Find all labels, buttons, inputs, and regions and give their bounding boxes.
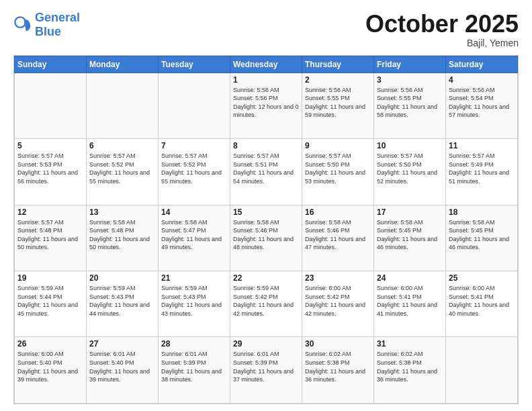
logo-text: General Blue (35, 11, 80, 39)
day-cell: 9Sunrise: 5:57 AMSunset: 5:50 PMDaylight… (302, 139, 374, 205)
day-number: 18 (449, 208, 515, 217)
svg-point-0 (15, 17, 26, 28)
day-number: 15 (233, 208, 299, 217)
day-cell: 10Sunrise: 5:57 AMSunset: 5:50 PMDayligh… (374, 139, 446, 205)
day-cell: 1Sunrise: 5:56 AMSunset: 5:56 PMDaylight… (230, 73, 302, 138)
day-info: Sunrise: 5:57 AMSunset: 5:53 PMDaylight:… (17, 152, 83, 185)
day-cell: 4Sunrise: 5:56 AMSunset: 5:54 PMDaylight… (446, 73, 518, 138)
logo-icon (13, 15, 32, 34)
day-cell: 6Sunrise: 5:57 AMSunset: 5:52 PMDaylight… (87, 139, 159, 205)
day-info: Sunrise: 5:58 AMSunset: 5:47 PMDaylight:… (161, 218, 227, 252)
day-number: 24 (377, 273, 443, 283)
day-cell: 29Sunrise: 6:01 AMSunset: 5:39 PMDayligh… (230, 337, 302, 404)
day-number: 13 (89, 208, 155, 217)
day-cell: 8Sunrise: 5:57 AMSunset: 5:51 PMDaylight… (230, 139, 302, 205)
day-info: Sunrise: 6:01 AMSunset: 5:39 PMDaylight:… (233, 350, 299, 383)
location: Bajil, Yemen (365, 38, 519, 48)
header-friday: Friday (374, 56, 446, 73)
day-cell: 30Sunrise: 6:02 AMSunset: 5:38 PMDayligh… (302, 337, 374, 404)
day-cell: 2Sunrise: 5:56 AMSunset: 5:55 PMDaylight… (302, 73, 374, 138)
day-cell: 19Sunrise: 5:59 AMSunset: 5:44 PMDayligh… (15, 271, 87, 337)
day-info: Sunrise: 5:57 AMSunset: 5:51 PMDaylight:… (233, 152, 299, 185)
day-cell: 20Sunrise: 5:59 AMSunset: 5:43 PMDayligh… (87, 271, 159, 337)
day-info: Sunrise: 6:00 AMSunset: 5:41 PMDaylight:… (377, 284, 443, 318)
calendar-body: 1Sunrise: 5:56 AMSunset: 5:56 PMDaylight… (15, 73, 518, 403)
day-cell: 22Sunrise: 5:59 AMSunset: 5:42 PMDayligh… (230, 271, 302, 337)
calendar-table: Sunday Monday Tuesday Wednesday Thursday… (14, 56, 518, 404)
day-cell: 28Sunrise: 6:01 AMSunset: 5:39 PMDayligh… (159, 337, 230, 404)
day-number: 2 (305, 75, 371, 85)
day-cell: 5Sunrise: 5:57 AMSunset: 5:53 PMDaylight… (15, 139, 87, 205)
month-title: October 2025 (365, 11, 519, 38)
day-cell (87, 73, 159, 138)
day-number: 30 (305, 339, 371, 349)
day-number: 8 (233, 141, 299, 150)
day-number: 23 (305, 273, 371, 283)
day-number: 29 (233, 339, 299, 349)
day-number: 25 (449, 273, 515, 283)
day-info: Sunrise: 5:57 AMSunset: 5:50 PMDaylight:… (305, 152, 371, 185)
calendar: Sunday Monday Tuesday Wednesday Thursday… (13, 55, 519, 404)
day-cell: 27Sunrise: 6:01 AMSunset: 5:40 PMDayligh… (87, 337, 159, 404)
week-row-0: 1Sunrise: 5:56 AMSunset: 5:56 PMDaylight… (15, 73, 518, 138)
week-row-2: 12Sunrise: 5:57 AMSunset: 5:48 PMDayligh… (15, 205, 518, 271)
day-number: 14 (161, 208, 227, 217)
day-info: Sunrise: 6:00 AMSunset: 5:41 PMDaylight:… (449, 284, 515, 318)
day-number: 26 (17, 339, 83, 349)
day-number: 6 (89, 141, 155, 150)
day-cell: 23Sunrise: 6:00 AMSunset: 5:42 PMDayligh… (302, 271, 374, 337)
header: General Blue October 2025 Bajil, Yemen (13, 11, 519, 48)
header-sunday: Sunday (15, 56, 87, 73)
day-cell (159, 73, 230, 138)
page: General Blue October 2025 Bajil, Yemen S… (0, 0, 532, 411)
day-number: 10 (377, 141, 443, 150)
day-info: Sunrise: 5:58 AMSunset: 5:48 PMDaylight:… (89, 218, 155, 252)
day-info: Sunrise: 5:57 AMSunset: 5:48 PMDaylight:… (17, 218, 83, 252)
calendar-header: Sunday Monday Tuesday Wednesday Thursday… (15, 56, 518, 73)
day-info: Sunrise: 5:57 AMSunset: 5:49 PMDaylight:… (449, 152, 515, 185)
day-cell: 25Sunrise: 6:00 AMSunset: 5:41 PMDayligh… (446, 271, 518, 337)
day-info: Sunrise: 6:02 AMSunset: 5:38 PMDaylight:… (377, 350, 443, 383)
day-info: Sunrise: 5:58 AMSunset: 5:45 PMDaylight:… (377, 218, 443, 252)
day-cell: 16Sunrise: 5:58 AMSunset: 5:46 PMDayligh… (302, 205, 374, 271)
day-cell: 13Sunrise: 5:58 AMSunset: 5:48 PMDayligh… (87, 205, 159, 271)
day-info: Sunrise: 6:01 AMSunset: 5:39 PMDaylight:… (161, 350, 227, 383)
day-number: 7 (161, 141, 227, 150)
header-row: Sunday Monday Tuesday Wednesday Thursday… (15, 56, 518, 73)
day-cell (15, 73, 87, 138)
day-number: 20 (89, 273, 155, 283)
day-info: Sunrise: 5:58 AMSunset: 5:45 PMDaylight:… (449, 218, 515, 252)
day-cell: 15Sunrise: 5:58 AMSunset: 5:46 PMDayligh… (230, 205, 302, 271)
day-cell: 21Sunrise: 5:59 AMSunset: 5:43 PMDayligh… (159, 271, 230, 337)
header-tuesday: Tuesday (159, 56, 230, 73)
day-info: Sunrise: 5:59 AMSunset: 5:42 PMDaylight:… (233, 284, 299, 318)
day-number: 19 (17, 273, 83, 283)
day-number: 17 (377, 208, 443, 217)
day-cell: 11Sunrise: 5:57 AMSunset: 5:49 PMDayligh… (446, 139, 518, 205)
day-number: 31 (377, 339, 443, 349)
day-cell: 17Sunrise: 5:58 AMSunset: 5:45 PMDayligh… (374, 205, 446, 271)
day-cell: 12Sunrise: 5:57 AMSunset: 5:48 PMDayligh… (15, 205, 87, 271)
day-number: 28 (161, 339, 227, 349)
week-row-1: 5Sunrise: 5:57 AMSunset: 5:53 PMDaylight… (15, 139, 518, 205)
day-cell: 7Sunrise: 5:57 AMSunset: 5:52 PMDaylight… (159, 139, 230, 205)
day-info: Sunrise: 5:56 AMSunset: 5:55 PMDaylight:… (305, 86, 371, 120)
day-cell (446, 337, 518, 404)
day-info: Sunrise: 5:57 AMSunset: 5:52 PMDaylight:… (161, 152, 227, 185)
day-cell: 3Sunrise: 5:56 AMSunset: 5:55 PMDaylight… (374, 73, 446, 138)
day-info: Sunrise: 5:57 AMSunset: 5:50 PMDaylight:… (377, 152, 443, 185)
day-number: 21 (161, 273, 227, 283)
day-info: Sunrise: 5:59 AMSunset: 5:43 PMDaylight:… (89, 284, 155, 318)
logo: General Blue (13, 11, 80, 39)
day-cell: 24Sunrise: 6:00 AMSunset: 5:41 PMDayligh… (374, 271, 446, 337)
day-number: 9 (305, 141, 371, 150)
day-cell: 14Sunrise: 5:58 AMSunset: 5:47 PMDayligh… (159, 205, 230, 271)
logo-general: General (35, 11, 80, 24)
day-info: Sunrise: 6:02 AMSunset: 5:38 PMDaylight:… (305, 350, 371, 383)
day-number: 22 (233, 273, 299, 283)
logo-blue: Blue (35, 25, 61, 38)
day-number: 11 (449, 141, 515, 150)
day-info: Sunrise: 6:01 AMSunset: 5:40 PMDaylight:… (89, 350, 155, 383)
day-cell: 26Sunrise: 6:00 AMSunset: 5:40 PMDayligh… (15, 337, 87, 404)
day-info: Sunrise: 5:58 AMSunset: 5:46 PMDaylight:… (233, 218, 299, 252)
